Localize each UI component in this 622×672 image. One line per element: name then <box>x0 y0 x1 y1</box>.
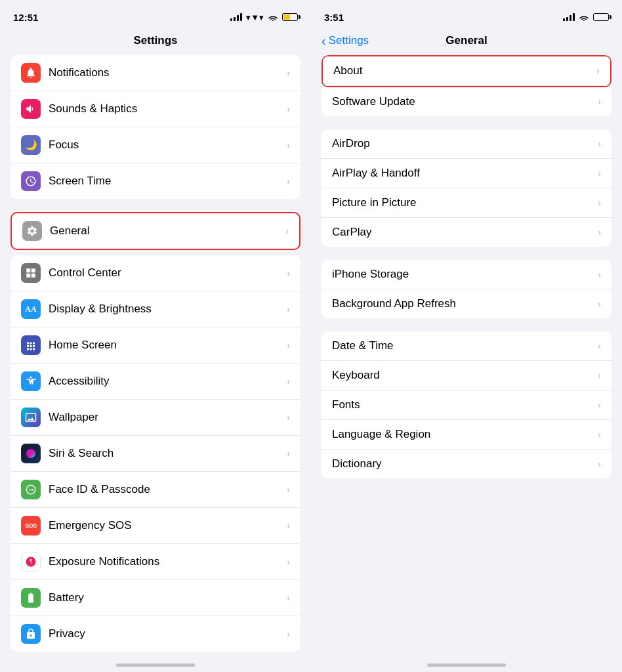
airdrop-row[interactable]: AirDrop › <box>321 129 612 159</box>
iphonestorage-row[interactable]: iPhone Storage › <box>321 260 612 289</box>
faceid-icon <box>21 480 41 499</box>
notifications-chevron: › <box>287 68 290 78</box>
homescreen-row[interactable]: Home Screen › <box>10 327 301 364</box>
keyboard-row[interactable]: Keyboard › <box>321 361 612 390</box>
keyboard-chevron: › <box>598 370 601 381</box>
about-label: About <box>333 64 596 77</box>
screentime-label: Screen Time <box>49 175 287 188</box>
emergencysos-chevron: › <box>287 520 290 531</box>
screentime-row[interactable]: Screen Time › <box>10 163 301 199</box>
signal-icon-right <box>563 13 575 21</box>
wifi-icon: ▾▼▾ <box>246 12 264 22</box>
dictionary-row[interactable]: Dictionary › <box>321 450 612 478</box>
general-group-2: AirDrop › AirPlay & Handoff › Picture in… <box>321 129 612 247</box>
battery-row[interactable]: Battery › <box>10 580 301 616</box>
faceid-label: Face ID & Passcode <box>49 483 287 496</box>
accessibility-row[interactable]: Accessibility › <box>10 364 301 400</box>
faceid-chevron: › <box>287 484 290 495</box>
emergencysos-icon: SOS <box>21 516 41 536</box>
dictionary-label: Dictionary <box>332 457 598 471</box>
back-button[interactable]: ‹ Settings <box>321 34 369 47</box>
general-label: General <box>50 224 285 238</box>
about-row[interactable]: About › <box>323 56 610 86</box>
wallpaper-label: Wallpaper <box>49 411 287 424</box>
battery-label: Battery <box>49 591 287 604</box>
notifications-icon <box>21 63 41 83</box>
nav-header: ‹ Settings General <box>311 29 622 55</box>
softwareupdate-label: Software Update <box>332 95 598 108</box>
general-row[interactable]: General › <box>12 213 299 249</box>
carplay-row[interactable]: CarPlay › <box>321 218 612 247</box>
airplay-chevron: › <box>598 168 601 178</box>
nav-title: General <box>446 34 487 47</box>
exposurenotif-label: Exposure Notifications <box>49 555 287 568</box>
display-row[interactable]: AA Display & Brightness › <box>10 291 301 327</box>
display-chevron: › <box>287 304 290 314</box>
pictureinpicture-row[interactable]: Picture in Picture › <box>321 188 612 218</box>
datetime-row[interactable]: Date & Time › <box>321 331 612 361</box>
status-icons-left: ▾▼▾ <box>230 12 298 22</box>
wallpaper-chevron: › <box>287 412 290 423</box>
general-group-3: iPhone Storage › Background App Refresh … <box>321 260 612 318</box>
settings-group-3: Control Center › AA Display & Brightness… <box>10 255 301 652</box>
general-chevron: › <box>285 226 289 236</box>
emergencysos-label: Emergency SOS <box>49 519 287 532</box>
wallpaper-row[interactable]: Wallpaper › <box>10 400 301 436</box>
time-right: 3:51 <box>324 12 344 23</box>
focus-icon: 🌙 <box>21 135 41 155</box>
display-icon: AA <box>21 299 41 319</box>
general-group-1: About › Software Update › <box>321 55 612 116</box>
left-panel: 12:51 ▾▼▾ Settings <box>0 0 311 672</box>
controlcenter-icon <box>21 263 41 283</box>
wifi-icon-right <box>579 13 589 21</box>
signal-icon <box>230 13 242 21</box>
homescreen-icon <box>21 335 41 355</box>
home-indicator-right <box>311 658 622 672</box>
general-icon <box>22 221 42 241</box>
page-title-left: Settings <box>0 29 311 55</box>
airplay-row[interactable]: AirPlay & Handoff › <box>321 159 612 188</box>
privacy-row[interactable]: Privacy › <box>10 616 301 652</box>
privacy-chevron: › <box>287 629 290 639</box>
airdrop-chevron: › <box>598 138 601 149</box>
notifications-row[interactable]: Notifications › <box>10 55 301 91</box>
battery-icon-left <box>282 13 298 21</box>
svg-point-0 <box>30 377 32 379</box>
general-row-container: General › <box>10 212 301 250</box>
language-chevron: › <box>598 429 601 440</box>
keyboard-label: Keyboard <box>332 369 598 382</box>
sounds-row[interactable]: Sounds & Haptics › <box>10 91 301 127</box>
exposurenotif-chevron: › <box>287 556 290 567</box>
display-label: Display & Brightness <box>49 303 287 316</box>
battery-chevron: › <box>287 593 290 603</box>
faceid-row[interactable]: Face ID & Passcode › <box>10 472 301 508</box>
backgroundapprefresh-row[interactable]: Background App Refresh › <box>321 289 612 318</box>
emergencysos-row[interactable]: SOS Emergency SOS › <box>10 508 301 544</box>
airplay-label: AirPlay & Handoff <box>332 167 598 180</box>
privacy-icon <box>21 624 41 644</box>
sounds-chevron: › <box>287 104 290 114</box>
fonts-chevron: › <box>598 400 601 410</box>
scroll-content-right[interactable]: About › Software Update › AirDrop › AirP… <box>311 55 622 658</box>
focus-label: Focus <box>49 138 287 152</box>
focus-row[interactable]: 🌙 Focus › <box>10 127 301 163</box>
notifications-label: Notifications <box>49 66 287 79</box>
back-label: Settings <box>329 34 369 47</box>
time-left: 12:51 <box>13 12 38 23</box>
siri-row[interactable]: Siri & Search › <box>10 436 301 472</box>
carplay-label: CarPlay <box>332 226 598 239</box>
right-panel: 3:51 ‹ Settings General <box>311 0 622 672</box>
exposurenotif-icon <box>21 552 41 572</box>
focus-chevron: › <box>287 140 290 150</box>
softwareupdate-row[interactable]: Software Update › <box>321 87 612 116</box>
scroll-content-left[interactable]: Notifications › Sounds & Haptics › 🌙 Foc… <box>0 55 311 658</box>
exposurenotif-row[interactable]: Exposure Notifications › <box>10 544 301 580</box>
iphonestorage-chevron: › <box>598 269 601 280</box>
controlcenter-row[interactable]: Control Center › <box>10 255 301 291</box>
language-row[interactable]: Language & Region › <box>321 420 612 450</box>
fonts-row[interactable]: Fonts › <box>321 390 612 420</box>
iphonestorage-label: iPhone Storage <box>332 268 598 281</box>
home-indicator-left <box>0 658 311 672</box>
privacy-label: Privacy <box>49 627 287 640</box>
carplay-chevron: › <box>598 227 601 238</box>
